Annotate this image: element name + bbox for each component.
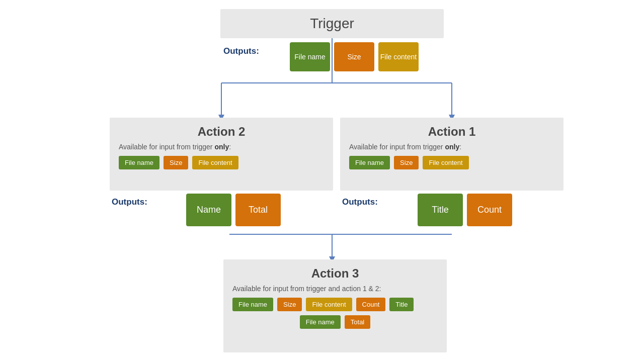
- action1-title: Action 1: [349, 125, 554, 139]
- action3-box: Action 3 Available for input from trigge…: [223, 259, 447, 352]
- action2-output-chips: Name Total: [186, 194, 281, 226]
- action2-description: Available for input from trigger only:: [119, 143, 324, 151]
- action1-input-chips: File name Size File content: [349, 156, 554, 169]
- action1-out-title: Title: [418, 194, 463, 226]
- action1-box: Action 1 Available for input from trigge…: [340, 118, 564, 191]
- trigger-box: Trigger: [220, 9, 444, 38]
- action1-description: Available for input from trigger only:: [349, 143, 554, 151]
- action3-description: Available for input from trigger and act…: [232, 285, 438, 293]
- action3-chip-count: Count: [356, 298, 386, 311]
- action1-out-count: Count: [467, 194, 512, 226]
- trigger-chip-filecontent: File content: [378, 42, 419, 71]
- action3-chip-filecontent: File content: [306, 298, 352, 311]
- action2-title: Action 2: [119, 125, 324, 139]
- action2-out-name: Name: [186, 194, 231, 226]
- action1-chip-filecontent: File content: [423, 156, 468, 169]
- action2-box: Action 2 Available for input from trigge…: [110, 118, 333, 191]
- trigger-chip-filename: File name: [290, 42, 330, 71]
- trigger-outputs-label: Outputs:: [223, 46, 259, 56]
- action3-input-chips-row1: File name Size File content Count Title: [232, 298, 438, 311]
- action1-chip-filename: File name: [349, 156, 390, 169]
- action3-input-chips-row2: File name Total: [232, 315, 438, 329]
- action1-output-chips: Title Count: [418, 194, 512, 226]
- action2-chip-size: Size: [164, 156, 188, 169]
- diagram-container: Trigger Outputs: File name Size File con…: [0, 0, 644, 362]
- action1-chip-size: Size: [394, 156, 419, 169]
- action3-chip-filename2: File name: [300, 315, 341, 329]
- action2-chip-filecontent: File content: [192, 156, 238, 169]
- action3-chip-title: Title: [389, 298, 414, 311]
- action1-outputs-label: Outputs:: [342, 197, 378, 207]
- action3-title: Action 3: [232, 266, 438, 281]
- action2-out-total: Total: [235, 194, 281, 226]
- action3-chip-size: Size: [277, 298, 302, 311]
- trigger-label: Trigger: [310, 16, 354, 32]
- action2-outputs-label: Outputs:: [112, 197, 147, 207]
- trigger-outputs-chips: File name Size File content: [290, 42, 419, 71]
- action2-chip-filename: File name: [119, 156, 159, 169]
- action3-chip-total: Total: [345, 315, 370, 329]
- action3-chip-filename: File name: [232, 298, 273, 311]
- action2-input-chips: File name Size File content: [119, 156, 324, 169]
- trigger-chip-size: Size: [334, 42, 374, 71]
